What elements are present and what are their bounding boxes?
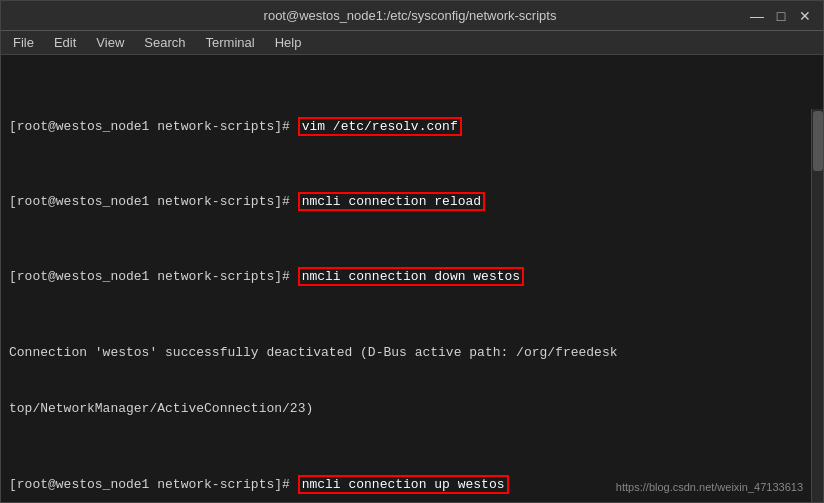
- terminal-content: [root@westos_node1 network-scripts]# vim…: [9, 61, 815, 502]
- line-1: [root@westos_node1 network-scripts]# vim…: [9, 118, 815, 137]
- terminal-window: root@westos_node1:/etc/sysconfig/network…: [0, 0, 824, 503]
- menu-search[interactable]: Search: [136, 33, 193, 52]
- window-controls: — □ ✕: [749, 8, 813, 24]
- menu-view[interactable]: View: [88, 33, 132, 52]
- close-button[interactable]: ✕: [797, 8, 813, 24]
- terminal-body[interactable]: [root@westos_node1 network-scripts]# vim…: [1, 55, 823, 502]
- line-5: top/NetworkManager/ActiveConnection/23): [9, 400, 815, 419]
- menu-bar: File Edit View Search Terminal Help: [1, 31, 823, 55]
- url-label: https://blog.csdn.net/weixin_47133613: [616, 480, 803, 496]
- menu-help[interactable]: Help: [267, 33, 310, 52]
- menu-edit[interactable]: Edit: [46, 33, 84, 52]
- line-4: Connection 'westos' successfully deactiv…: [9, 344, 815, 363]
- minimize-button[interactable]: —: [749, 8, 765, 24]
- scrollbar[interactable]: [811, 109, 823, 502]
- line-3: [root@westos_node1 network-scripts]# nmc…: [9, 268, 815, 287]
- menu-file[interactable]: File: [5, 33, 42, 52]
- window-title: root@westos_node1:/etc/sysconfig/network…: [71, 8, 749, 23]
- scrollbar-thumb[interactable]: [813, 111, 823, 171]
- menu-terminal[interactable]: Terminal: [198, 33, 263, 52]
- line-2: [root@westos_node1 network-scripts]# nmc…: [9, 193, 815, 212]
- maximize-button[interactable]: □: [773, 8, 789, 24]
- title-bar: root@westos_node1:/etc/sysconfig/network…: [1, 1, 823, 31]
